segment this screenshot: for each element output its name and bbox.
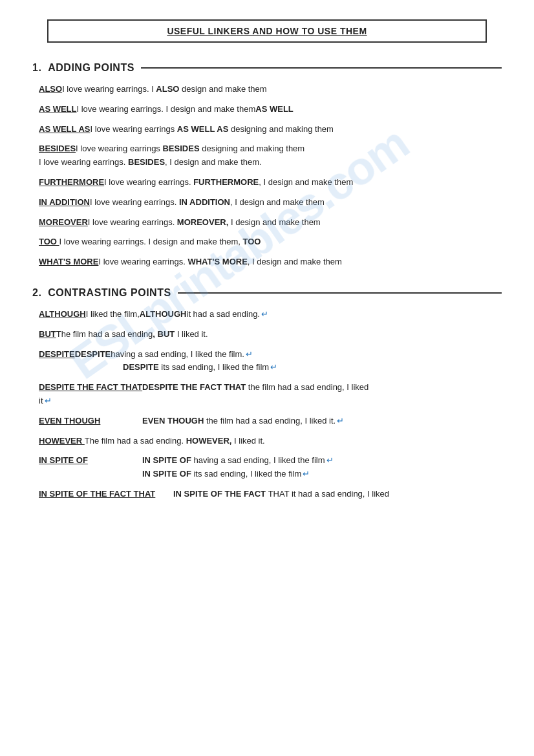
linker-aswellas-key: AS WELL AS [39,124,90,134]
section2-header: 2. CONTRASTING POINTS [32,287,502,299]
linker-too-bold: TOO [243,237,261,246]
linker-moreover-text1: I love wearing earrings. [88,217,177,227]
linker-although-bold: ALTHOUGH [140,309,187,319]
linker-besides: BESIDESI love wearing earrings BESIDES d… [32,142,502,169]
linker-despitefact-text1: the film had a sad ending, I liked [246,382,368,392]
linker-aswellas: AS WELL ASI love wearing earrings AS WEL… [32,123,502,136]
linker-however-text1: The film had a sad ending. [85,436,186,446]
linker-inaddition: IN ADDITIONI love wearing earrings. IN A… [32,196,502,210]
linker-despite-text2: its sad ending, I liked the film [159,362,270,372]
linker-inspitofact-bold: IN SPITE OF THE FACT [173,489,268,499]
return-icon-5: ↵ [337,415,344,428]
linker-also-bold: ALSO [156,84,179,94]
section1-number: 1. [32,62,48,74]
linker-inspitofact-text1: THAT it had a sad ending, I liked [268,489,389,499]
linker-inspiteof-text2: its sad ending, I liked the film [191,469,302,479]
linker-although: ALTHOUGHI liked the film,ALTHOUGHit had … [32,308,502,321]
linker-however-bold: HOWEVER, [186,436,232,446]
linker-furthermore: FURTHERMOREI love wearing earrings. FURT… [32,176,502,189]
linker-but-text2: I liked it. [175,329,208,339]
linker-aswellas-text1: I love wearing earrings [90,124,176,134]
linker-furthermore-text1: I love wearing earrings. [104,177,193,187]
linker-whatsmore-text1: I love wearing earrings. [98,257,187,266]
linker-despite-bold2: DESPITE [123,362,159,372]
linker-inspitofact: IN SPITE OF THE FACT THAT IN SPITE OF TH… [32,488,502,501]
return-icon-3: ↵ [270,361,277,374]
linker-but-comma: , BUT [153,329,175,339]
return-icon-4: ↵ [45,394,52,408]
linker-inaddition-bold: IN ADDITION [179,197,230,207]
linker-besides-text1: I love wearing earrings [76,144,162,153]
linker-however: HOWEVER The film had a sad ending. HOWEV… [32,435,502,448]
linker-whatsmore-key: WHAT'S MORE [39,257,98,266]
linker-eventhough: EVEN THOUGH EVEN THOUGH the film had a s… [32,415,502,428]
linker-furthermore-text2: , I design and make them [259,177,353,187]
linker-eventhough-bold: EVEN THOUGH [142,416,204,426]
section1-label: ADDING POINTS [48,62,134,74]
linker-whatsmore: WHAT'S MOREI love wearing earrings. WHAT… [32,255,502,269]
linker-besides-bold2: BESIDES [128,157,165,167]
linker-inspitofact-key: IN SPITE OF THE FACT THAT [39,488,168,501]
section1-header: 1. ADDING POINTS [32,62,502,74]
return-icon-1: ↵ [261,308,268,321]
linker-although-text1: I liked the film, [86,309,140,319]
linker-eventhough-key: EVEN THOUGH [39,415,142,428]
linker-inspiteof: IN SPITE OF IN SPITE OF having a sad end… [32,454,502,481]
section1-divider [141,67,502,69]
linker-despitefact: DESPITE THE FACT THATDESPITE THE FACT TH… [32,381,502,408]
linker-inspiteof-key: IN SPITE OF [39,454,142,468]
linker-despite-text1: having a sad ending, I liked the film. [111,349,244,359]
linker-whatsmore-bold: WHAT'S MORE [187,257,247,266]
linker-inspiteof-text1: having a sad ending, I liked the film [191,455,325,465]
linker-but-key: BUT [39,329,56,339]
linker-however-key: HOWEVER [39,436,85,446]
linker-despitefact-key: DESPITE THE FACT THAT [39,382,142,392]
linker-aswell-text1: I love wearing earrings. I design and ma… [77,104,256,114]
linker-inaddition-text1: I love wearing earrings. [90,197,179,207]
section2-number: 2. [32,287,48,299]
linker-besides-text3: I love wearing earrings. [39,157,128,167]
return-icon-6: ↵ [326,454,334,468]
linker-besides-bold1: BESIDES [162,144,199,153]
linker-also-text1: I love wearing earrings. I [62,84,156,94]
linker-also-key: ALSO [39,84,62,94]
linker-whatsmore-text2: , I design and make them [248,257,342,266]
linker-moreover: MOREOVERI love wearing earrings. MOREOVE… [32,216,502,230]
linker-too: TOO I love wearing earrings. I design an… [32,235,502,249]
linker-too-key: TOO [39,237,59,246]
linker-despitefact-text2: it [39,396,43,405]
linker-eventhough-text1: the film had a sad ending, I liked it. [204,416,336,426]
linker-inaddition-text2: , I design and make them [230,197,325,207]
linker-also: ALSOI love wearing earrings. I ALSO desi… [32,83,502,96]
linker-despite-key: DESPITE [39,349,75,359]
linker-despitefact-bold: DESPITE THE FACT THAT [142,382,246,392]
return-icon-2: ↵ [246,348,253,362]
linker-despite-bold1: DESPITE [75,349,111,359]
linker-furthermore-key: FURTHERMORE [39,177,104,187]
linker-besides-text2: designing and making them [200,144,305,153]
section2-label: CONTRASTING POINTS [48,287,171,299]
linker-moreover-bold: MOREOVER, [177,217,228,227]
linker-aswellas-bold: AS WELL AS [177,124,228,134]
return-icon-7: ↵ [303,468,310,481]
linker-moreover-text2: I design and make them [228,217,320,227]
linker-although-text2: it had a sad ending. [187,309,260,319]
linker-inspiteof-bold2: IN SPITE OF [142,469,191,479]
linker-aswell: AS WELLI love wearing earrings. I design… [32,103,502,116]
linker-inaddition-key: IN ADDITION [39,197,90,207]
section2-divider [178,292,502,294]
linker-although-key: ALTHOUGH [39,309,86,319]
page-title: USEFUL LINKERS AND HOW TO USE THEM [47,19,487,43]
linker-moreover-key: MOREOVER [39,217,88,227]
linker-inspiteof-bold1: IN SPITE OF [142,455,191,465]
linker-but: BUTThe film had a sad ending, BUT I like… [32,328,502,341]
linker-however-text2: I liked it. [231,436,264,446]
linker-aswellas-text2: designing and making them [228,124,334,134]
linker-but-text1: The film had a sad ending [56,329,153,339]
linker-aswell-key: AS WELL [39,104,77,114]
linker-furthermore-bold: FURTHERMORE [193,177,259,187]
linker-also-text2: design and make them [179,84,266,94]
linker-aswell-bold: AS WELL [255,104,294,114]
linker-besides-text4: , I design and make them. [165,157,262,167]
linker-too-text1: I love wearing earrings. I design and ma… [59,237,243,246]
